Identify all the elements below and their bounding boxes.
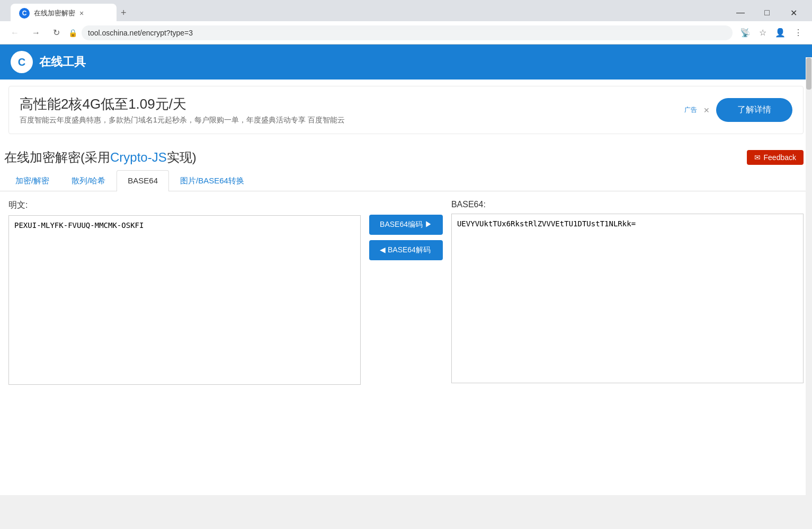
browser-logo-icon: C — [19, 8, 30, 19]
ad-banner: 高性能2核4G低至1.09元/天 百度智能云年度盛典特惠，多款热门域名1元起秒杀… — [8, 86, 804, 134]
base64-panel: BASE64: — [451, 200, 804, 385]
tabs: 加密/解密 散列/哈希 BASE64 图片/BASE64转换 — [0, 170, 812, 191]
plaintext-label: 明文: — [8, 200, 361, 211]
scrollbar[interactable] — [806, 57, 812, 518]
maximize-button[interactable]: □ — [755, 4, 779, 21]
window-controls: — □ ✕ — [728, 4, 806, 21]
menu-button[interactable]: ⋮ — [791, 25, 806, 40]
ad-right: 广告 ✕ 了解详情 — [684, 98, 792, 122]
feedback-icon: ✉ — [754, 153, 761, 162]
site-header: C 在线工具 — [0, 45, 812, 80]
crypto-js-link[interactable]: Crypto-JS — [110, 150, 167, 164]
ad-content: 高性能2核4G低至1.09元/天 百度智能云年度盛典特惠，多款热门域名1元起秒杀… — [20, 95, 345, 125]
ad-subtitle: 百度智能云年度盛典特惠，多款热门域名1元起秒杀，每户限购一单，年度盛典活动专享 … — [20, 116, 345, 125]
plaintext-input[interactable] — [8, 215, 361, 385]
tab-base64[interactable]: BASE64 — [117, 170, 169, 191]
scrollbar-thumb[interactable] — [806, 58, 811, 90]
address-bar: ← → ↻ 🔒 📡 ☆ 👤 ⋮ — [0, 21, 812, 45]
tab-encrypt[interactable]: 加密/解密 — [4, 170, 60, 191]
ad-learn-more-button[interactable]: 了解详情 — [716, 98, 792, 122]
base64-output[interactable] — [451, 214, 804, 383]
feedback-button[interactable]: ✉ Feedback — [747, 150, 804, 165]
base64-label: BASE64: — [451, 200, 804, 209]
site-title: 在线工具 — [39, 54, 86, 70]
ad-close-button[interactable]: ✕ — [703, 106, 710, 114]
content-area: 明文: BASE64编码 ▶ ◀ BASE64解码 BASE64: — [0, 200, 812, 387]
minimize-button[interactable]: — — [728, 4, 753, 21]
close-button[interactable]: ✕ — [781, 4, 806, 21]
lock-icon: 🔒 — [68, 29, 77, 37]
page-content: C 在线工具 高性能2核4G低至1.09元/天 百度智能云年度盛典特惠，多款热门… — [0, 45, 812, 495]
ad-title: 高性能2核4G低至1.09元/天 — [20, 95, 345, 113]
middle-buttons: BASE64编码 ▶ ◀ BASE64解码 — [369, 200, 443, 260]
profile-button[interactable]: 👤 — [772, 25, 789, 40]
back-button[interactable]: ← — [6, 26, 23, 40]
active-tab[interactable]: C 在线加密解密 × — [11, 4, 117, 23]
forward-button[interactable]: → — [28, 26, 44, 40]
base64-encode-button[interactable]: BASE64编码 ▶ — [369, 215, 443, 235]
tab-title: 在线加密解密 — [34, 8, 75, 18]
cast-button[interactable]: 📡 — [737, 25, 754, 40]
ad-label: 广告 — [684, 105, 697, 114]
bookmark-button[interactable]: ☆ — [756, 25, 770, 40]
reload-button[interactable]: ↻ — [49, 25, 64, 40]
tab-close-button[interactable]: × — [79, 9, 84, 17]
page-title: 在线加密解密(采用Crypto-JS实现) — [4, 149, 197, 166]
address-input[interactable] — [82, 25, 733, 40]
new-tab-button[interactable]: + — [117, 3, 131, 23]
site-logo: C — [11, 51, 33, 73]
plaintext-panel: 明文: — [8, 200, 361, 387]
feedback-label: Feedback — [764, 153, 796, 162]
page-title-area: 在线加密解密(采用Crypto-JS实现) ✉ Feedback — [0, 140, 812, 170]
tab-image-base64[interactable]: 图片/BASE64转换 — [169, 170, 255, 191]
tab-hash[interactable]: 散列/哈希 — [60, 170, 117, 191]
base64-decode-button[interactable]: ◀ BASE64解码 — [369, 240, 443, 260]
